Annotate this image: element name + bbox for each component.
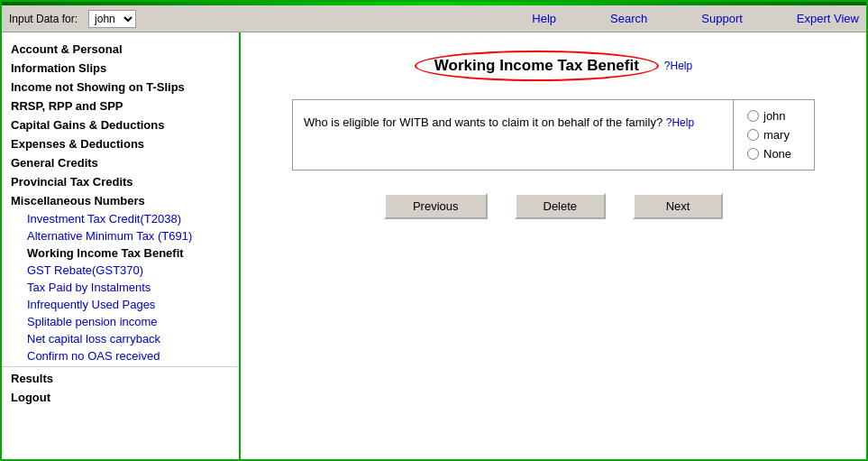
option-mary: mary [747, 128, 800, 142]
sidebar-link-splitable-pension[interactable]: Splitable pension income [2, 313, 239, 330]
radio-none[interactable] [747, 148, 759, 160]
sidebar-item-information-slips[interactable]: Information Slips [2, 59, 239, 78]
radio-mary[interactable] [747, 129, 759, 141]
question-box: Who is eligible for WITB and wants to cl… [292, 99, 815, 171]
sidebar-item-miscellaneous[interactable]: Miscellaneous Numbers [2, 191, 239, 210]
support-link[interactable]: Support [701, 12, 743, 25]
question-text-container: Who is eligible for WITB and wants to cl… [293, 100, 733, 170]
sidebar-divider [2, 366, 239, 367]
page-title: Working Income Tax Benefit [415, 51, 659, 81]
sidebar-link-net-capital-loss[interactable]: Net capital loss carryback [2, 330, 239, 347]
help-link[interactable]: Help [532, 12, 556, 25]
sidebar: Account & Personal Information Slips Inc… [2, 32, 241, 461]
radio-john[interactable] [747, 110, 759, 122]
sidebar-link-confirm-no-oas[interactable]: Confirm no OAS received [2, 347, 239, 364]
top-bar: Input Data for: john mary Help Search Su… [2, 5, 866, 32]
sidebar-link-investment-tax-credit[interactable]: Investment Tax Credit(T2038) [2, 210, 239, 227]
sidebar-item-rrsp[interactable]: RRSP, RPP and SPP [2, 97, 239, 115]
sidebar-item-logout[interactable]: Logout [2, 388, 239, 407]
sidebar-item-expenses[interactable]: Expenses & Deductions [2, 134, 239, 153]
input-data-label: Input Data for: [9, 13, 78, 25]
title-help-link[interactable]: ?Help [664, 60, 692, 72]
question-options: john mary None [733, 100, 814, 170]
question-help-link[interactable]: ?Help [666, 116, 694, 129]
sidebar-item-general-credits[interactable]: General Credits [2, 153, 239, 172]
sidebar-link-infrequently-used-pages[interactable]: Infrequently Used Pages [2, 296, 239, 313]
sidebar-item-account-personal[interactable]: Account & Personal [2, 40, 239, 59]
sidebar-item-capital-gains[interactable]: Capital Gains & Deductions [2, 115, 239, 134]
label-none: None [763, 147, 791, 161]
sidebar-link-gst-rebate[interactable]: GST Rebate(GST370) [2, 262, 239, 279]
next-button[interactable]: Next [633, 193, 723, 219]
sidebar-link-alternative-minimum-tax[interactable]: Alternative Minimum Tax (T691) [2, 227, 239, 244]
label-john: john [763, 109, 786, 123]
sidebar-item-income-not-showing[interactable]: Income not Showing on T-Slips [2, 78, 239, 97]
search-link[interactable]: Search [610, 12, 647, 25]
content-area: Working Income Tax Benefit ?Help Who is … [241, 32, 866, 461]
page-title-container: Working Income Tax Benefit ?Help [415, 51, 692, 81]
sidebar-link-working-income-tax-benefit[interactable]: Working Income Tax Benefit [2, 244, 239, 262]
sidebar-link-tax-paid-instalments[interactable]: Tax Paid by Instalments [2, 279, 239, 296]
sidebar-item-results[interactable]: Results [2, 369, 239, 388]
question-text: Who is eligible for WITB and wants to cl… [304, 115, 662, 129]
sidebar-item-provincial-tax[interactable]: Provincial Tax Credits [2, 172, 239, 191]
option-none: None [747, 147, 800, 161]
expert-view-link[interactable]: Expert View [797, 12, 859, 25]
top-nav-links: Help Search Support Expert View [532, 12, 859, 25]
button-row: Previous Delete Next [384, 193, 723, 219]
user-select[interactable]: john mary [88, 10, 136, 28]
delete-button[interactable]: Delete [515, 193, 607, 219]
previous-button[interactable]: Previous [384, 193, 488, 219]
label-mary: mary [763, 128, 790, 142]
option-john: john [747, 109, 800, 123]
main-layout: Account & Personal Information Slips Inc… [2, 32, 866, 461]
